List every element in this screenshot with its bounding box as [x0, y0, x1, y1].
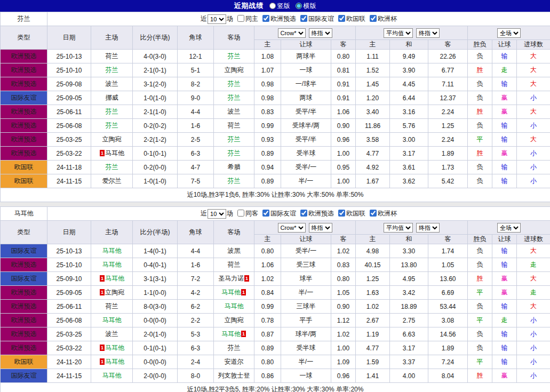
scope-select[interactable]: 全场: [497, 28, 521, 38]
odds-controls: Crow*终指: [254, 221, 356, 235]
match-score: 1-0(1-0): [133, 91, 178, 105]
summary-line: 近10场,胜3平1负6, 胜率:30% 让胜率:30% 大率:50% 单率:50…: [1, 188, 550, 202]
home-team-name: 立陶宛: [105, 289, 124, 296]
match-score: 8-0(3-0): [133, 300, 178, 314]
corner-score: 8-0: [178, 369, 214, 383]
average-select[interactable]: 平均值: [384, 28, 413, 38]
home-team-name: 马耳他: [105, 358, 124, 365]
match-date: 24-11-15: [47, 174, 91, 188]
column-header-col-date: 日期: [47, 26, 91, 50]
goals-result-cell: 小: [517, 119, 550, 133]
odds-handicap: 受平/半: [281, 133, 331, 147]
layout-vertical-radio[interactable]: [269, 3, 276, 9]
competition-checkbox-1[interactable]: [262, 15, 269, 22]
layout-horizontal-option[interactable]: 横版: [296, 2, 316, 11]
away-team: 圣马力诺1: [214, 272, 254, 286]
recent-count-select[interactable]: 10: [208, 14, 226, 24]
match-type-badge: 欧洲预选: [1, 258, 47, 272]
avg-draw: 4.95: [390, 272, 428, 286]
home-team-name: 波兰: [106, 330, 118, 338]
away-team-name: 马耳他: [221, 289, 241, 296]
layout-horizontal-radio[interactable]: [296, 3, 302, 9]
avg-away: 6.77: [428, 63, 468, 77]
goals-result-cell: 大: [517, 300, 550, 314]
away-team-name: 波黑: [228, 247, 241, 254]
competition-checkbox-4[interactable]: [370, 210, 377, 217]
competition-checkbox-3[interactable]: [338, 210, 345, 217]
avg-away: 14.56: [428, 327, 468, 341]
odds-handicap: 受平/半: [281, 105, 331, 119]
avg-away: 1.73: [428, 161, 468, 174]
match-row: 欧洲预选25-06-08芬兰0-2(0-2)1-6荷兰0.99受球半/两0.90…: [1, 119, 550, 133]
average-select[interactable]: 平均值: [384, 223, 413, 233]
handicap-result-cell: 赢: [492, 91, 517, 105]
away-team-name: 圣马力诺: [218, 275, 244, 282]
avg-draw: 3.30: [390, 244, 428, 258]
avg-draw: 3.16: [390, 105, 428, 119]
odds-away: 0.91: [331, 91, 356, 105]
match-type-badge: 欧国联: [1, 355, 47, 369]
corner-score: 7-5: [178, 174, 214, 188]
competition-checkbox-3[interactable]: [338, 15, 345, 22]
goals-result-cell: 小: [517, 369, 550, 383]
odds-away: 0.90: [331, 119, 356, 133]
same-venue-checkbox[interactable]: [237, 15, 244, 22]
corner-score: 4-2: [178, 286, 214, 300]
same-venue-label: 同主: [245, 15, 258, 22]
odds-away: 1.06: [331, 105, 356, 119]
neutral-mark: 1: [241, 331, 246, 337]
column-header-handicap-result: 让球: [492, 40, 517, 50]
corner-score: 1-6: [178, 258, 214, 272]
home-team-name: 芬兰: [106, 122, 118, 129]
avg-away: 12.37: [428, 91, 468, 105]
match-date: 25-03-25: [47, 133, 91, 147]
column-header-col-away: 客场: [214, 221, 254, 244]
competition-label-1: 欧洲预选: [270, 15, 296, 22]
match-score: 3-1(2-0): [133, 77, 178, 91]
odds-home: 0.89: [254, 174, 281, 188]
average-controls: 平均值终指: [356, 26, 468, 40]
odds-type-select[interactable]: 终指: [309, 28, 332, 38]
avg-away: 1.89: [428, 147, 468, 161]
column-header-handicap-result: 让球: [492, 235, 517, 244]
avg-away: 1.25: [428, 119, 468, 133]
odds-away: 0.95: [331, 161, 356, 174]
away-team-name: 安道尔: [225, 358, 244, 365]
match-row: 国际友谊25-09-101马耳他3-1(3-1)7-2圣马力诺11.02球半0.…: [1, 272, 550, 286]
competition-checkbox-2[interactable]: [300, 15, 307, 22]
match-row: 欧洲预选25-03-25立陶宛2-2(1-2)2-5芬兰0.93受平/半0.96…: [1, 133, 550, 147]
odds-type-select[interactable]: 终指: [309, 223, 332, 233]
home-team-name: 马耳他: [105, 275, 124, 282]
layout-vertical-option[interactable]: 竖版: [269, 2, 290, 11]
odds-away: 1.00: [331, 147, 356, 161]
odds-away: 0.90: [331, 300, 356, 314]
scope-select[interactable]: 全场: [497, 223, 521, 233]
recent-count-select[interactable]: 10: [208, 209, 226, 219]
odds-away: 0.80: [331, 50, 356, 63]
avg-away: 2.24: [428, 133, 468, 147]
home-team: 波兰: [91, 327, 133, 341]
match-date: 25-09-10: [47, 272, 91, 286]
avg-odds-type-select[interactable]: 终指: [416, 28, 440, 38]
avg-odds-type-select[interactable]: 终指: [416, 223, 440, 233]
goals-result-cell: 小: [517, 314, 550, 327]
competition-checkbox-2[interactable]: [300, 210, 307, 217]
match-row: 欧洲预选25-03-25波兰2-0(1-0)5-3马耳他10.87球半/两1.0…: [1, 327, 550, 341]
competition-checkbox-4[interactable]: [370, 15, 377, 22]
home-team-name: 挪威: [106, 94, 118, 101]
average-controls: 平均值终指: [356, 221, 468, 235]
column-header-avg-away: 客: [428, 235, 468, 244]
bookmaker-select[interactable]: Crow*: [278, 223, 306, 233]
avg-home: 4.98: [356, 244, 390, 258]
bookmaker-select[interactable]: Crow*: [278, 28, 306, 38]
competition-checkbox-1[interactable]: [262, 210, 269, 217]
neutral-mark: 1: [100, 358, 105, 365]
away-team-name: 荷兰: [228, 261, 241, 268]
odds-home: 0.78: [254, 314, 281, 327]
result-cell: 胜: [468, 272, 492, 286]
same-venue-checkbox[interactable]: [237, 210, 244, 217]
corner-score: 5-1: [178, 63, 214, 77]
match-type-badge: 欧国联: [1, 174, 47, 188]
avg-draw: 5.76: [390, 119, 428, 133]
section-team-name: 芬兰: [1, 12, 47, 26]
